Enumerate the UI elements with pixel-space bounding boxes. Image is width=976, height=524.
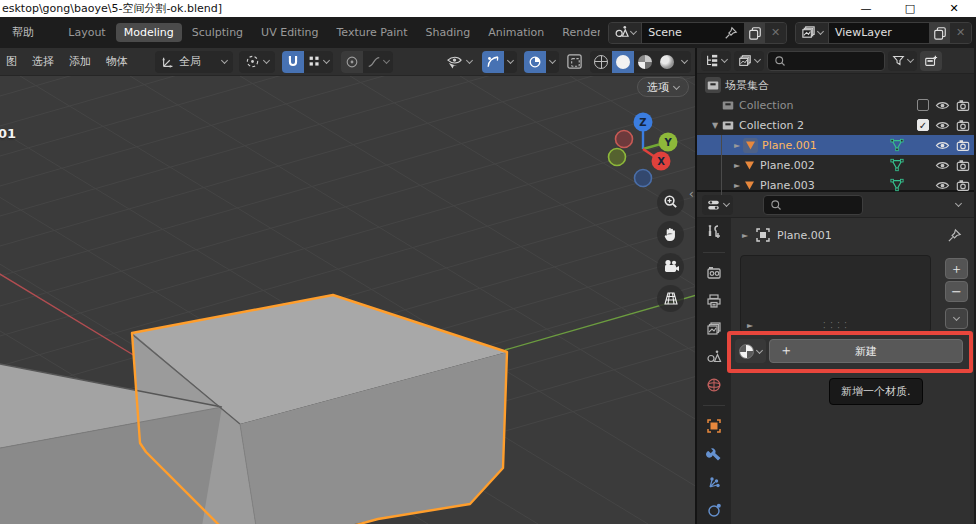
pin-icon[interactable] <box>724 26 738 40</box>
tab-tool-icon[interactable] <box>706 224 722 240</box>
tab-scene-icon[interactable] <box>706 349 722 365</box>
new-material-button[interactable]: ＋ 新建 <box>769 339 963 363</box>
shading-wireframe-button[interactable] <box>590 51 612 73</box>
menu-add[interactable]: 添加 <box>62 51 98 72</box>
outliner-row-scene-collection[interactable]: 场景集合 <box>697 75 974 95</box>
menu-help[interactable]: 帮助 <box>4 22 42 43</box>
sidebar-collapse-arrow[interactable]: ‹ <box>689 186 694 201</box>
material-specials-dropdown[interactable] <box>945 308 968 329</box>
expand-triangle-icon[interactable]: ► <box>747 321 753 330</box>
editor-type-dropdown[interactable] <box>702 195 733 215</box>
maximize-button[interactable]: □ <box>888 0 932 17</box>
disable-render-camera-icon[interactable] <box>956 179 970 192</box>
options-dropdown[interactable]: 选项 <box>637 77 689 97</box>
expand-triangle-icon[interactable]: ► <box>731 161 743 170</box>
workspace-tab-animation[interactable]: Animation <box>480 23 552 42</box>
scene-name-field[interactable]: Scene <box>641 23 744 43</box>
expand-triangle-icon[interactable]: ► <box>731 181 743 190</box>
filter-dropdown[interactable] <box>888 51 917 71</box>
add-material-slot-button[interactable]: ＋ <box>945 258 968 279</box>
disable-render-camera-icon[interactable] <box>956 159 970 172</box>
editor-type-dropdown[interactable] <box>701 51 731 71</box>
close-button[interactable]: ✕ <box>932 0 976 17</box>
gizmo-settings-dropdown[interactable] <box>504 51 517 73</box>
camera-view-button[interactable] <box>657 253 684 280</box>
remove-view-layer-icon[interactable]: ✕ <box>950 23 971 43</box>
hide-eye-icon[interactable] <box>935 179 950 192</box>
breadcrumb-expand-icon[interactable]: ► <box>741 231 749 240</box>
display-mode-dropdown[interactable] <box>734 51 764 71</box>
shading-dropdown[interactable] <box>678 51 691 73</box>
disable-render-camera-icon[interactable] <box>956 99 970 112</box>
view-layer-name-field[interactable]: ViewLayer <box>828 23 930 43</box>
viewport-3d[interactable]: 01 选项 Z Y X <box>0 76 695 524</box>
material-slot-list[interactable]: ► · · · ·· · · · <box>740 255 931 333</box>
view-layer-browse-button[interactable] <box>796 23 828 43</box>
perspective-toggle-button[interactable] <box>657 285 684 312</box>
snap-settings-dropdown[interactable] <box>304 51 333 73</box>
tab-view-layer-icon[interactable] <box>706 321 722 337</box>
collection-checkbox[interactable] <box>917 99 929 111</box>
proportional-editing-toggle[interactable] <box>341 51 363 73</box>
shading-rendered-button[interactable] <box>656 51 678 73</box>
hide-eye-icon[interactable] <box>935 139 950 152</box>
browse-material-dropdown[interactable] <box>735 339 766 363</box>
outliner-row-plane-003[interactable]: ► Plane.003 <box>697 175 974 195</box>
workspace-tab-modeling[interactable]: Modeling <box>116 23 182 42</box>
outliner-row-collection-2[interactable]: ▼ Collection 2 ✓ <box>697 115 974 135</box>
workspace-tab-rendering[interactable]: Renderi <box>554 23 600 42</box>
scene-browse-button[interactable] <box>609 23 641 43</box>
tab-particles-icon[interactable] <box>706 474 722 490</box>
workspace-tab-uv-editing[interactable]: UV Editing <box>253 23 326 42</box>
menu-view[interactable]: 图 <box>4 51 24 72</box>
collection-checkbox-checked[interactable]: ✓ <box>917 119 929 131</box>
proportional-falloff-dropdown[interactable] <box>363 51 393 73</box>
pin-icon[interactable] <box>947 228 962 243</box>
unlink-scene-icon[interactable]: ✕ <box>765 23 786 43</box>
hide-eye-icon[interactable] <box>935 99 950 112</box>
shading-material-button[interactable] <box>634 51 656 73</box>
menu-object[interactable]: 物体 <box>99 51 135 72</box>
pan-button[interactable] <box>657 221 684 248</box>
zoom-button[interactable] <box>657 189 684 216</box>
hide-eye-icon[interactable] <box>935 119 950 132</box>
new-view-layer-button[interactable] <box>930 23 951 43</box>
new-collection-button[interactable] <box>920 51 942 71</box>
minimize-button[interactable]: — <box>844 0 888 17</box>
tab-world-icon[interactable] <box>706 377 722 393</box>
tab-object-icon[interactable] <box>706 418 722 434</box>
hide-eye-icon[interactable] <box>935 159 950 172</box>
expand-triangle-icon[interactable]: ► <box>731 141 743 150</box>
remove-material-slot-button[interactable]: − <box>945 281 968 302</box>
pivot-point-dropdown[interactable] <box>239 51 275 73</box>
workspace-tab-shading[interactable]: Shading <box>417 23 478 42</box>
outliner-row-plane-002[interactable]: ► Plane.002 <box>697 155 974 175</box>
visibility-dropdown[interactable] <box>440 51 478 73</box>
new-scene-button[interactable] <box>745 23 766 43</box>
outliner-row-plane-001[interactable]: ► Plane.001 <box>697 135 974 155</box>
tab-modifiers-icon[interactable] <box>706 446 722 462</box>
collapse-triangle-icon[interactable]: ▼ <box>709 121 721 130</box>
toggle-xray-icon[interactable] <box>566 53 583 70</box>
navigation-gizmo[interactable]: Z Y X <box>598 96 694 192</box>
show-gizmo-toggle[interactable] <box>482 51 504 73</box>
tab-render-icon[interactable] <box>706 265 722 281</box>
outliner-row-collection[interactable]: Collection <box>697 95 974 115</box>
workspace-tab-texture-paint[interactable]: Texture Paint <box>329 23 416 42</box>
properties-options-dropdown[interactable] <box>955 200 962 207</box>
outliner-search-input[interactable] <box>767 51 885 71</box>
workspace-tab-sculpting[interactable]: Sculpting <box>184 23 251 42</box>
tab-physics-icon[interactable] <box>706 502 722 518</box>
show-overlays-toggle[interactable] <box>524 51 546 73</box>
snap-toggle[interactable] <box>282 51 304 73</box>
disable-render-camera-icon[interactable] <box>956 119 970 132</box>
disable-render-camera-icon[interactable] <box>956 139 970 152</box>
menu-select[interactable]: 选择 <box>25 51 61 72</box>
properties-search-input[interactable] <box>763 195 863 215</box>
shading-solid-button[interactable] <box>612 51 634 73</box>
transform-orientation-dropdown[interactable]: 全局 <box>155 51 233 73</box>
workspace-tab-layout[interactable]: Layout <box>60 23 113 42</box>
tab-output-icon[interactable] <box>706 293 722 309</box>
list-resize-grip[interactable]: · · · ·· · · · <box>823 321 848 331</box>
overlays-settings-dropdown[interactable] <box>546 51 559 73</box>
